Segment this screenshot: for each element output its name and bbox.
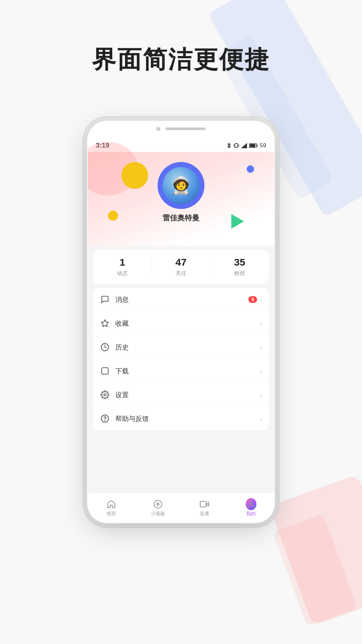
menu-item-message[interactable]: 消息 5 ›	[93, 288, 269, 312]
svg-marker-3	[241, 143, 247, 148]
battery-level: 59	[260, 142, 266, 149]
stat-following-value: 47	[175, 257, 186, 268]
play-circle-icon	[153, 499, 163, 509]
nav-live[interactable]: 直播	[181, 493, 228, 523]
menu-item-history[interactable]: 历史 ›	[93, 335, 269, 359]
menu-label-download: 下载	[115, 367, 260, 376]
chevron-icon: ›	[260, 367, 262, 375]
avatar-background: 🧑‍🚀	[158, 162, 204, 209]
stat-fans-value: 35	[234, 257, 245, 268]
stat-following-label: 关注	[176, 270, 186, 277]
chevron-icon: ›	[260, 343, 262, 351]
menu-item-favorites[interactable]: 收藏 ›	[93, 312, 269, 335]
vibrate-icon	[234, 143, 239, 149]
stat-fans-label: 粉丝	[234, 270, 245, 277]
svg-point-14	[154, 500, 162, 508]
video-icon	[199, 499, 210, 509]
battery-icon	[249, 143, 258, 148]
nav-recommend-label: 推荐	[107, 511, 116, 517]
nav-mine-label: 我的	[246, 511, 256, 517]
svg-point-11	[104, 394, 106, 396]
bottom-navigation: 推荐 小视频 直播	[88, 492, 274, 523]
menu-label-message: 消息	[115, 295, 248, 304]
nav-recommend[interactable]: 推荐	[88, 493, 134, 523]
phone-camera-dot	[156, 127, 160, 131]
profile-avatar-nav	[246, 499, 256, 509]
menu-label-history: 历史	[115, 343, 260, 352]
menu-list: 消息 5 › 收藏 › 历史 ›	[93, 288, 269, 430]
chevron-icon: ›	[260, 320, 262, 327]
status-icons: 59	[226, 142, 266, 149]
menu-item-settings[interactable]: 设置 ›	[93, 383, 269, 407]
svg-rect-5	[250, 144, 255, 147]
nav-short-video[interactable]: 小视频	[134, 493, 181, 523]
stat-fans[interactable]: 35 粉丝	[210, 257, 269, 277]
download-icon	[100, 366, 110, 376]
stat-following[interactable]: 47 关注	[152, 257, 210, 277]
nav-short-video-label: 小视频	[151, 511, 165, 517]
svg-rect-17	[200, 501, 206, 506]
menu-label-favorites: 收藏	[115, 319, 260, 328]
avatar-image: 🧑‍🚀	[163, 167, 199, 204]
stats-card: 1 动态 47 关注 35 粉丝	[93, 250, 269, 284]
star-icon	[100, 318, 110, 328]
chevron-icon: ›	[260, 415, 262, 423]
app-screen: 3:19	[88, 138, 274, 523]
avatar-astronaut: 🧑‍🚀	[163, 167, 199, 204]
stat-posts-value: 1	[120, 257, 125, 268]
avatar-wrapper[interactable]: 🧑‍🚀 雷佳奥特曼	[88, 162, 274, 223]
nav-live-label: 直播	[200, 511, 209, 517]
svg-marker-15	[157, 502, 159, 505]
menu-label-settings: 设置	[115, 390, 260, 399]
nav-mine[interactable]: 我的	[228, 493, 274, 523]
home-icon	[106, 499, 117, 509]
svg-marker-7	[101, 320, 109, 327]
svg-marker-16	[206, 502, 208, 506]
menu-item-download[interactable]: 下载 ›	[93, 359, 269, 383]
svg-point-18	[249, 500, 252, 503]
phone-speaker-bar	[166, 127, 206, 130]
svg-rect-0	[235, 144, 238, 148]
phone-mockup: 3:19	[87, 121, 275, 523]
bluetooth-icon	[226, 143, 232, 149]
help-icon	[100, 414, 110, 424]
signal-icon	[241, 143, 247, 148]
menu-item-help[interactable]: 帮助与反馈 ›	[93, 407, 269, 430]
chevron-icon: ›	[260, 391, 262, 399]
stat-posts[interactable]: 1 动态	[93, 257, 152, 277]
chevron-icon: ›	[260, 296, 262, 304]
svg-rect-6	[257, 145, 258, 147]
clock-icon	[100, 342, 110, 352]
profile-username: 雷佳奥特曼	[163, 213, 199, 223]
menu-label-help: 帮助与反馈	[115, 414, 260, 423]
message-badge: 5	[248, 296, 257, 303]
profile-header: 🧑‍🚀 雷佳奥特曼	[88, 152, 274, 246]
settings-icon	[100, 390, 110, 400]
page-title: 界面简洁更便捷	[0, 44, 362, 76]
stat-posts-label: 动态	[117, 270, 128, 277]
chat-icon	[100, 294, 110, 305]
phone-notch	[156, 127, 206, 131]
